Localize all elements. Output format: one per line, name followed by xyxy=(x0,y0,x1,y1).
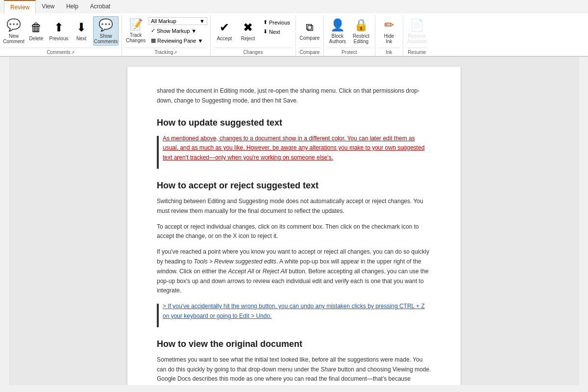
tab-review[interactable]: Review xyxy=(4,0,36,14)
tab-acrobat[interactable]: Acrobat xyxy=(84,0,116,13)
ink-group-label: Ink xyxy=(378,48,400,55)
new-comment-icon: 💬 xyxy=(6,18,21,32)
ribbon-tabs: Review View Help Acrobat xyxy=(0,0,588,13)
right-sidebar xyxy=(578,57,588,385)
comments-group-label[interactable]: Comments ↗ xyxy=(3,48,119,55)
show-markup-button[interactable]: ✓ Show Markup ▼ xyxy=(148,26,207,35)
reviewing-pane-button[interactable]: ▦ Reviewing Pane ▼ xyxy=(148,36,207,45)
reviewing-pane-arrow: ▼ xyxy=(198,38,203,44)
next-change-icon: ⬇ xyxy=(263,28,268,35)
restrict-editing-icon: 🔒 xyxy=(354,18,368,32)
show-markup-arrow: ▼ xyxy=(191,28,196,34)
document-area[interactable]: shared the document in Editing mode, jus… xyxy=(10,57,578,385)
undo-link: > If you've accidentally hit the wrong b… xyxy=(163,302,431,321)
compare-group-label: Compare xyxy=(299,48,320,55)
reviewing-pane-icon: ▦ xyxy=(151,37,156,44)
track-changes-label: TrackChanges xyxy=(126,32,146,43)
change-content-2: > If you've accidentally hit the wrong b… xyxy=(163,302,431,327)
next-label: Next xyxy=(76,36,87,41)
accept-button[interactable]: ✔ Accept xyxy=(214,16,235,46)
reviewing-pane-label: Reviewing Pane xyxy=(157,38,196,44)
reject-icon: ✖ xyxy=(243,21,253,34)
block-authors-icon: 👤 xyxy=(330,18,345,32)
restrict-editing-button[interactable]: 🔒 RestrictEditing xyxy=(350,16,372,46)
compare-label: Compare xyxy=(299,35,319,41)
next-change-button[interactable]: ⬇ Next xyxy=(261,27,293,36)
suggested-text-1: As mentioned above, changes to a documen… xyxy=(163,134,431,163)
reject-label: Reject xyxy=(241,36,255,41)
change-content-1: As mentioned above, changes to a documen… xyxy=(163,134,431,169)
accept-reject-para1: Switching between Editing and Suggesting… xyxy=(157,197,431,216)
intro-text: shared the document in Editing mode, jus… xyxy=(157,86,431,106)
next-change-label: Next xyxy=(269,29,280,35)
view-original-para1: Sometimes you want to see what the initi… xyxy=(157,355,431,385)
heading-accept-reject: How to accept or reject suggested text xyxy=(157,181,431,191)
tracking-group-label[interactable]: Tracking ↗ xyxy=(125,48,207,55)
new-comment-label: NewComment xyxy=(3,33,24,44)
undo-link-text[interactable]: > If you've accidentally hit the wrong b… xyxy=(163,303,425,319)
accept-reject-para3: If you've reached a point where you know… xyxy=(157,247,431,296)
compare-button[interactable]: ⧉ Compare xyxy=(299,16,320,46)
resume-assistant-icon: 📄 xyxy=(410,18,424,32)
group-tracking: 📝 TrackChanges All Markup ▼ ✓ Show Marku… xyxy=(122,15,211,56)
hide-ink-button[interactable]: ✏ HideInk xyxy=(378,16,400,46)
hide-ink-icon: ✏ xyxy=(384,18,394,32)
next-icon: ⬇ xyxy=(76,21,86,34)
show-comments-label: ShowComments xyxy=(94,33,118,44)
show-markup-icon: ✓ xyxy=(151,27,155,34)
compare-icon: ⧉ xyxy=(306,21,314,34)
group-changes: ✔ Accept ✖ Reject ⬆ Previous ⬇ xyxy=(211,15,296,56)
block-authors-label: BlockAuthors xyxy=(329,33,346,44)
ribbon-content: 💬 NewComment 🗑 Delete ⬆ Previous ⬇ Next xyxy=(0,13,588,56)
all-markup-dropdown[interactable]: All Markup ▼ xyxy=(148,17,207,25)
show-comments-button[interactable]: 💬 ShowComments xyxy=(93,16,119,46)
change-bar-2 xyxy=(157,304,159,327)
block-authors-button[interactable]: 👤 BlockAuthors xyxy=(327,16,348,46)
change-bar-section2-link: > If you've accidentally hit the wrong b… xyxy=(157,302,431,327)
next-comment-button[interactable]: ⬇ Next xyxy=(71,16,92,46)
previous-icon: ⬆ xyxy=(54,21,64,34)
main-layout: shared the document in Editing mode, jus… xyxy=(0,57,588,385)
reject-button[interactable]: ✖ Reject xyxy=(237,16,259,46)
resume-group-label: Resume xyxy=(406,48,428,55)
previous-change-button[interactable]: ⬆ Previous xyxy=(261,18,293,26)
change-bar-1 xyxy=(157,136,159,169)
comments-expand-icon[interactable]: ↗ xyxy=(71,50,75,55)
group-resume: 📄 ResumeAssistant Resume xyxy=(403,15,431,56)
changes-group-label: Changes xyxy=(214,48,293,55)
track-changes-icon: 📝 xyxy=(129,18,143,31)
previous-change-icon: ⬆ xyxy=(263,19,268,26)
group-comments: 💬 NewComment 🗑 Delete ⬆ Previous ⬇ Next xyxy=(0,15,122,56)
heading-update-suggested: How to update suggested text xyxy=(157,118,431,128)
tab-help[interactable]: Help xyxy=(60,0,84,13)
tracking-expand-icon[interactable]: ↗ xyxy=(173,50,177,55)
tab-view[interactable]: View xyxy=(36,0,60,13)
suggested-text-span: As mentioned above, changes to a documen… xyxy=(163,135,424,161)
all-markup-arrow: ▼ xyxy=(199,18,205,24)
group-compare: ⧉ Compare Compare xyxy=(296,15,324,56)
resume-assistant-button[interactable]: 📄 ResumeAssistant xyxy=(406,16,428,46)
track-changes-button[interactable]: 📝 TrackChanges xyxy=(125,16,147,45)
group-ink: ✏ HideInk Ink xyxy=(375,15,403,56)
group-protect: 👤 BlockAuthors 🔒 RestrictEditing Protect xyxy=(324,15,375,56)
accept-reject-para2: To accept or reject individual changes, … xyxy=(157,222,431,242)
new-comment-button[interactable]: 💬 NewComment xyxy=(3,16,24,46)
left-sidebar xyxy=(0,57,10,385)
resume-assistant-label: ResumeAssistant xyxy=(407,33,427,44)
delete-icon: 🗑 xyxy=(30,21,42,34)
heading-view-original: How to view the original document xyxy=(157,339,431,349)
show-comments-icon: 💬 xyxy=(98,18,113,32)
protect-group-label: Protect xyxy=(327,48,372,55)
previous-label: Previous xyxy=(49,36,69,41)
show-markup-label: Show Markup xyxy=(157,28,190,34)
ribbon: Review View Help Acrobat 💬 NewComment 🗑 … xyxy=(0,0,588,57)
accept-icon: ✔ xyxy=(220,21,229,34)
delete-label: Delete xyxy=(29,36,44,41)
hide-ink-label: HideInk xyxy=(384,33,394,44)
restrict-editing-label: RestrictEditing xyxy=(353,33,369,44)
accept-label: Accept xyxy=(217,36,232,41)
delete-comment-button[interactable]: 🗑 Delete xyxy=(25,16,47,46)
previous-comment-button[interactable]: ⬆ Previous xyxy=(48,16,70,46)
change-bar-section1: As mentioned above, changes to a documen… xyxy=(157,134,431,169)
previous-change-label: Previous xyxy=(269,20,290,26)
